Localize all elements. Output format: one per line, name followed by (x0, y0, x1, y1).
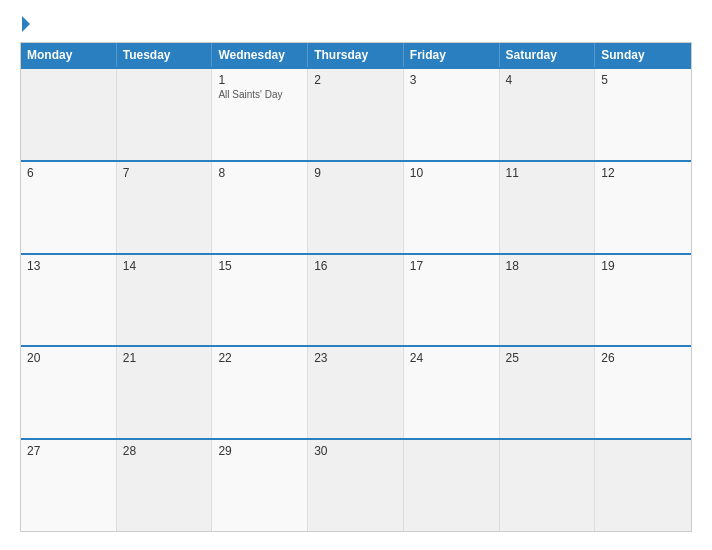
day-number: 23 (314, 351, 397, 365)
cal-cell (595, 440, 691, 531)
cal-cell: 15 (212, 255, 308, 346)
cal-header-tuesday: Tuesday (117, 43, 213, 67)
day-number: 26 (601, 351, 685, 365)
day-number: 27 (27, 444, 110, 458)
cal-cell: 28 (117, 440, 213, 531)
logo (20, 18, 30, 32)
cal-cell: 6 (21, 162, 117, 253)
cal-header-wednesday: Wednesday (212, 43, 308, 67)
cal-cell: 9 (308, 162, 404, 253)
cal-header-saturday: Saturday (500, 43, 596, 67)
calendar-page: MondayTuesdayWednesdayThursdayFridaySatu… (0, 0, 712, 550)
cal-cell: 13 (21, 255, 117, 346)
day-number: 25 (506, 351, 589, 365)
day-number: 16 (314, 259, 397, 273)
day-number: 29 (218, 444, 301, 458)
cal-cell: 5 (595, 69, 691, 160)
day-number: 15 (218, 259, 301, 273)
day-number: 5 (601, 73, 685, 87)
cal-header-friday: Friday (404, 43, 500, 67)
cal-week-2: 6789101112 (21, 160, 691, 253)
calendar-grid: MondayTuesdayWednesdayThursdayFridaySatu… (20, 42, 692, 532)
day-number: 21 (123, 351, 206, 365)
day-number: 4 (506, 73, 589, 87)
day-number: 7 (123, 166, 206, 180)
header (20, 18, 692, 32)
cal-cell: 17 (404, 255, 500, 346)
day-number: 24 (410, 351, 493, 365)
day-number: 9 (314, 166, 397, 180)
cal-cell: 24 (404, 347, 500, 438)
day-number: 30 (314, 444, 397, 458)
day-number: 10 (410, 166, 493, 180)
cal-week-5: 27282930 (21, 438, 691, 531)
day-number: 19 (601, 259, 685, 273)
cal-cell: 12 (595, 162, 691, 253)
day-number: 17 (410, 259, 493, 273)
cal-week-4: 20212223242526 (21, 345, 691, 438)
cal-cell: 2 (308, 69, 404, 160)
cal-cell: 22 (212, 347, 308, 438)
cal-cell (117, 69, 213, 160)
cal-cell (500, 440, 596, 531)
calendar-body: 1All Saints' Day234567891011121314151617… (21, 67, 691, 531)
cal-cell: 1All Saints' Day (212, 69, 308, 160)
cal-cell: 27 (21, 440, 117, 531)
day-number: 2 (314, 73, 397, 87)
day-number: 22 (218, 351, 301, 365)
logo-triangle-icon (22, 16, 30, 32)
cal-cell: 16 (308, 255, 404, 346)
day-number: 13 (27, 259, 110, 273)
cal-header-sunday: Sunday (595, 43, 691, 67)
cal-week-3: 13141516171819 (21, 253, 691, 346)
day-number: 1 (218, 73, 301, 87)
day-number: 28 (123, 444, 206, 458)
cal-cell: 19 (595, 255, 691, 346)
cal-cell: 23 (308, 347, 404, 438)
day-number: 11 (506, 166, 589, 180)
cal-cell (404, 440, 500, 531)
day-number: 18 (506, 259, 589, 273)
cal-cell: 4 (500, 69, 596, 160)
cal-cell: 7 (117, 162, 213, 253)
day-number: 14 (123, 259, 206, 273)
calendar-header-row: MondayTuesdayWednesdayThursdayFridaySatu… (21, 43, 691, 67)
cal-cell (21, 69, 117, 160)
cal-cell: 11 (500, 162, 596, 253)
logo-blue-row (20, 18, 30, 32)
cal-cell: 26 (595, 347, 691, 438)
cal-cell: 29 (212, 440, 308, 531)
day-number: 3 (410, 73, 493, 87)
day-event: All Saints' Day (218, 89, 301, 100)
cal-week-1: 1All Saints' Day2345 (21, 67, 691, 160)
cal-cell: 8 (212, 162, 308, 253)
cal-cell: 30 (308, 440, 404, 531)
cal-cell: 25 (500, 347, 596, 438)
day-number: 20 (27, 351, 110, 365)
cal-cell: 3 (404, 69, 500, 160)
cal-header-monday: Monday (21, 43, 117, 67)
cal-header-thursday: Thursday (308, 43, 404, 67)
cal-cell: 14 (117, 255, 213, 346)
day-number: 6 (27, 166, 110, 180)
cal-cell: 20 (21, 347, 117, 438)
day-number: 12 (601, 166, 685, 180)
day-number: 8 (218, 166, 301, 180)
cal-cell: 21 (117, 347, 213, 438)
cal-cell: 18 (500, 255, 596, 346)
cal-cell: 10 (404, 162, 500, 253)
